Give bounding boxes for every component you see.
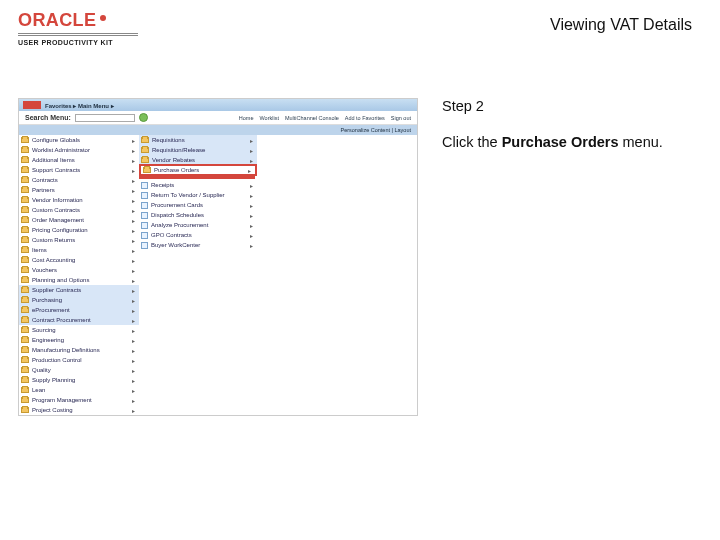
- nav-item[interactable]: Supplier Contracts▸: [19, 285, 139, 295]
- nav-item[interactable]: Sourcing▸: [19, 325, 139, 335]
- submenu-item[interactable]: Return To Vendor / Supplier▸: [139, 190, 257, 200]
- step-label: Step 2: [442, 98, 692, 114]
- folder-icon: [21, 257, 29, 263]
- page-icon: [141, 202, 148, 209]
- nav-item[interactable]: Vouchers▸: [19, 265, 139, 275]
- folder-icon: [141, 157, 149, 163]
- folder-icon: [21, 157, 29, 163]
- page-icon: [141, 212, 148, 219]
- folder-icon: [141, 147, 149, 153]
- folder-icon: [21, 167, 29, 173]
- nav-item[interactable]: Cost Accounting▸: [19, 255, 139, 265]
- nav-item[interactable]: Partners▸: [19, 185, 139, 195]
- nav-item[interactable]: Project Costing▸: [19, 405, 139, 415]
- link-worklist[interactable]: Worklist: [259, 115, 278, 121]
- folder-icon: [21, 177, 29, 183]
- submenu-item[interactable]: Receipts▸: [139, 180, 257, 190]
- nav-item[interactable]: Program Management▸: [19, 395, 139, 405]
- page-icon: [141, 242, 148, 249]
- search-row: Search Menu: Home Worklist MultiChannel …: [19, 111, 417, 125]
- submenu-item[interactable]: Requisition/Release▸: [139, 145, 257, 155]
- folder-icon: [21, 277, 29, 283]
- breadcrumb[interactable]: Favorites ▸ Main Menu ▸: [45, 102, 114, 109]
- nav-item[interactable]: Supply Planning▸: [19, 375, 139, 385]
- nav-item[interactable]: Support Contracts▸: [19, 165, 139, 175]
- top-links: Home Worklist MultiChannel Console Add t…: [239, 115, 411, 121]
- nav-item[interactable]: Pricing Configuration▸: [19, 225, 139, 235]
- nav-item[interactable]: Lean▸: [19, 385, 139, 395]
- app-topbar: Favorites ▸ Main Menu ▸: [19, 99, 417, 111]
- folder-icon: [21, 197, 29, 203]
- brand-logo: ORACLE: [18, 10, 138, 31]
- submenu-item[interactable]: Buyer WorkCenter▸: [139, 240, 257, 250]
- nav-item[interactable]: Planning and Options▸: [19, 275, 139, 285]
- folder-icon: [21, 357, 29, 363]
- brand-rule: [18, 33, 138, 36]
- step-text: Click the Purchase Orders menu.: [442, 134, 692, 150]
- highlight-bar: [139, 176, 255, 179]
- folder-icon: [21, 267, 29, 273]
- nav-item[interactable]: Contract Procurement▸: [19, 315, 139, 325]
- nav-item[interactable]: Items▸: [19, 245, 139, 255]
- brand-sub: USER PRODUCTIVITY KIT: [18, 39, 138, 46]
- nav-item[interactable]: Custom Contracts▸: [19, 205, 139, 215]
- submenu-item[interactable]: Requisitions▸: [139, 135, 257, 145]
- submenu-item[interactable]: GPO Contracts▸: [139, 230, 257, 240]
- folder-icon: [21, 307, 29, 313]
- submenu-item[interactable]: Dispatch Schedules▸: [139, 210, 257, 220]
- folder-icon: [21, 377, 29, 383]
- brand-dot-icon: [100, 15, 106, 21]
- folder-icon: [21, 387, 29, 393]
- link-fav[interactable]: Add to Favorites: [345, 115, 385, 121]
- page-icon: [141, 232, 148, 239]
- submenu-item-purchase-orders[interactable]: Purchase Orders▸: [139, 164, 257, 176]
- nav-item[interactable]: Order Management▸: [19, 215, 139, 225]
- submenu-item[interactable]: Analyze Procurement▸: [139, 220, 257, 230]
- nav-item[interactable]: eProcurement▸: [19, 305, 139, 315]
- header: ORACLE USER PRODUCTIVITY KIT Viewing VAT…: [0, 0, 720, 50]
- link-mcc[interactable]: MultiChannel Console: [285, 115, 339, 121]
- nav-item[interactable]: Custom Returns▸: [19, 235, 139, 245]
- folder-icon: [21, 347, 29, 353]
- nav-item[interactable]: Quality▸: [19, 365, 139, 375]
- search-input[interactable]: [75, 114, 135, 122]
- nav-item[interactable]: Vendor Information▸: [19, 195, 139, 205]
- nav-item[interactable]: Production Control▸: [19, 355, 139, 365]
- folder-icon: [21, 137, 29, 143]
- folder-icon: [21, 237, 29, 243]
- nav-item[interactable]: Configure Globals▸: [19, 135, 139, 145]
- app-logo-icon: [23, 101, 41, 109]
- app-body: Configure Globals▸Worklist Administrator…: [19, 135, 417, 415]
- nav-item[interactable]: Contracts▸: [19, 175, 139, 185]
- folder-icon: [21, 147, 29, 153]
- nav-item[interactable]: Purchasing▸: [19, 295, 139, 305]
- folder-icon: [21, 397, 29, 403]
- screenshot: Favorites ▸ Main Menu ▸ Search Menu: Hom…: [18, 98, 418, 416]
- brand-name: ORACLE: [18, 10, 96, 31]
- folder-icon: [21, 367, 29, 373]
- link-home[interactable]: Home: [239, 115, 254, 121]
- submenu-item[interactable]: Procurement Cards▸: [139, 200, 257, 210]
- nav-item[interactable]: Worklist Administrator▸: [19, 145, 139, 155]
- app-window: Favorites ▸ Main Menu ▸ Search Menu: Hom…: [18, 98, 418, 416]
- instructions: Step 2 Click the Purchase Orders menu.: [442, 98, 692, 416]
- nav-col-1: Configure Globals▸Worklist Administrator…: [19, 135, 139, 415]
- folder-icon: [21, 327, 29, 333]
- link-signout[interactable]: Sign out: [391, 115, 411, 121]
- nav-item[interactable]: Engineering▸: [19, 335, 139, 345]
- folder-icon: [21, 337, 29, 343]
- personalize-row[interactable]: Personalize Content | Layout: [19, 125, 417, 135]
- page-icon: [141, 182, 148, 189]
- nav-item[interactable]: Additional Items▸: [19, 155, 139, 165]
- folder-icon: [21, 187, 29, 193]
- nav-col-2: Requisitions▸Requisition/Release▸Vendor …: [139, 135, 257, 415]
- folder-icon: [141, 137, 149, 143]
- search-go-icon[interactable]: [139, 113, 148, 122]
- page-icon: [141, 222, 148, 229]
- page-icon: [141, 192, 148, 199]
- brand-block: ORACLE USER PRODUCTIVITY KIT: [18, 10, 138, 46]
- folder-icon: [21, 217, 29, 223]
- nav-item[interactable]: Manufacturing Definitions▸: [19, 345, 139, 355]
- folder-icon: [21, 207, 29, 213]
- folder-icon: [21, 317, 29, 323]
